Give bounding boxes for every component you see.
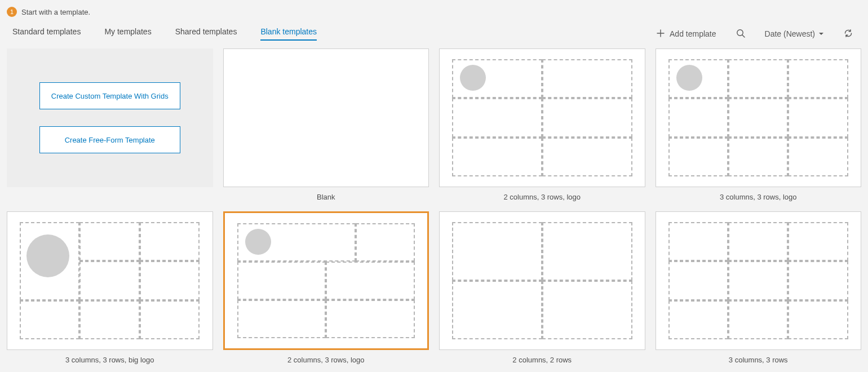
refresh-icon: [843, 28, 853, 40]
tab-blank-templates[interactable]: Blank templates: [260, 27, 317, 41]
tab-row: Standard templates My templates Shared t…: [7, 21, 861, 46]
template-card-3c3r-big-logo[interactable]: [7, 211, 213, 350]
step-text: Start with a template.: [21, 8, 90, 16]
caret-down-icon: [818, 29, 824, 38]
template-label: 3 columns, 3 rows: [656, 356, 862, 364]
create-freeform-button[interactable]: Create Free-Form Template: [39, 126, 180, 153]
template-card-3c3r-logo[interactable]: [656, 48, 862, 187]
svg-point-0: [737, 29, 742, 35]
sort-dropdown[interactable]: Date (Newest): [765, 29, 824, 38]
tab-shared-templates[interactable]: Shared templates: [175, 27, 237, 41]
search-icon: [736, 28, 746, 40]
template-label: 2 columns, 3 rows, logo: [439, 193, 645, 201]
custom-card-label: [7, 193, 213, 201]
template-card-blank[interactable]: [223, 48, 429, 187]
tab-actions: Add template Date (Newest): [656, 28, 856, 40]
tab-my-templates[interactable]: My templates: [104, 27, 151, 41]
template-card-2c3r-logo[interactable]: [439, 48, 645, 187]
template-label: 3 columns, 3 rows, big logo: [7, 356, 213, 364]
template-grid: Create Custom Template With Grids Create…: [7, 46, 861, 364]
custom-template-card: Create Custom Template With Grids Create…: [7, 48, 213, 187]
sort-label: Date (Newest): [765, 29, 815, 38]
template-card-wrap: 3 columns, 3 rows: [656, 211, 862, 364]
plus-icon: [656, 29, 665, 39]
search-button[interactable]: [736, 28, 746, 40]
template-label: 2 columns, 2 rows: [439, 356, 645, 364]
tabs: Standard templates My templates Shared t…: [12, 27, 317, 41]
template-card-wrap: 3 columns, 3 rows, logo: [656, 48, 862, 201]
template-card-wrap: 2 columns, 3 rows, logo: [223, 211, 429, 364]
custom-template-card-wrap: Create Custom Template With Grids Create…: [7, 48, 213, 201]
add-template-button[interactable]: Add template: [656, 29, 716, 39]
step-number-badge: 1: [7, 7, 17, 17]
template-card-wrap: 3 columns, 3 rows, big logo: [7, 211, 213, 364]
add-template-label: Add template: [670, 29, 716, 38]
template-card-2c2r[interactable]: [439, 211, 645, 350]
template-card-3c3r[interactable]: [656, 211, 862, 350]
template-card-wrap: 2 columns, 3 rows, logo: [439, 48, 645, 201]
step-header: 1 Start with a template.: [7, 6, 861, 21]
template-label: 2 columns, 3 rows, logo: [223, 356, 429, 364]
template-label: Blank: [223, 193, 429, 201]
template-card-2c3r-logo-selected[interactable]: [223, 211, 429, 350]
create-custom-grid-button[interactable]: Create Custom Template With Grids: [39, 82, 180, 109]
tab-standard-templates[interactable]: Standard templates: [12, 27, 81, 41]
refresh-button[interactable]: [843, 28, 853, 40]
template-card-wrap: 2 columns, 2 rows: [439, 211, 645, 364]
template-card-wrap: Blank: [223, 48, 429, 201]
template-label: 3 columns, 3 rows, logo: [656, 193, 862, 201]
